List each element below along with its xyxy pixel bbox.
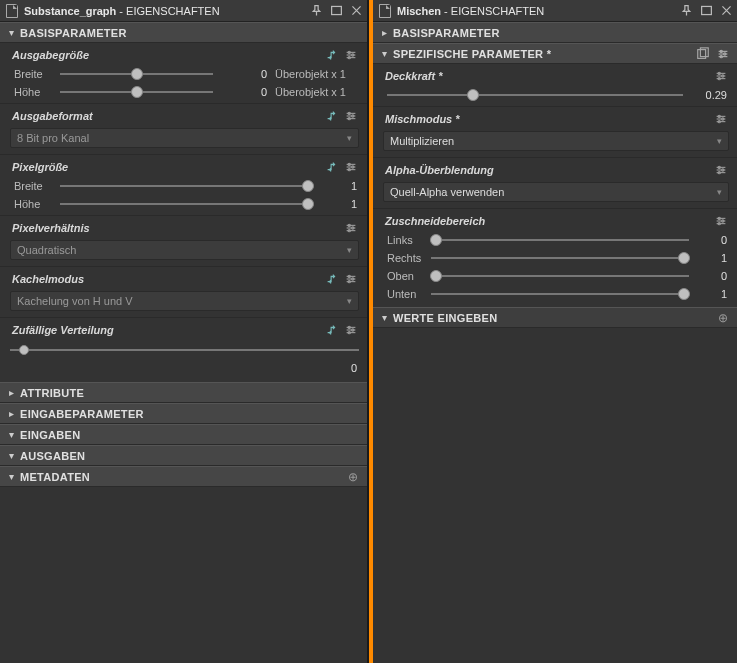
chevron-down-icon: ▾ — [6, 471, 16, 482]
param-label: Deckkraft * — [385, 70, 713, 82]
section-ausgaben[interactable]: ▾ AUSGABEN — [0, 445, 367, 466]
param-label: Pixelgröße — [12, 161, 324, 173]
chevron-right-icon: ▸ — [379, 27, 389, 38]
chevron-down-icon: ▾ — [347, 296, 352, 306]
tile-mode-select[interactable]: Kachelung von H und V ▾ — [10, 291, 359, 311]
section-basisparameter-right[interactable]: ▸ BASISPARAMETER — [373, 22, 737, 43]
options-icon[interactable] — [713, 213, 729, 229]
chevron-down-icon: ▾ — [347, 245, 352, 255]
add-icon[interactable]: ⊕ — [715, 310, 731, 326]
pin-button[interactable] — [307, 2, 325, 20]
param-opacity-header: Deckkraft * — [373, 64, 737, 86]
options-icon[interactable] — [343, 47, 359, 63]
param-label: Ausgabeformat — [12, 110, 324, 122]
title-suffix: - EIGENSCHAFTEN — [116, 5, 219, 17]
spezifische-body: Deckkraft * 0.29 Mischmodus * Multiplizi… — [373, 64, 737, 307]
width-slider[interactable] — [60, 179, 313, 193]
crop-bottom-slider[interactable] — [431, 287, 689, 301]
crop-bottom-label: Unten — [387, 288, 425, 300]
height-slider[interactable] — [60, 197, 313, 211]
opacity-row: 0.29 — [373, 86, 737, 104]
pixel-ratio-select[interactable]: Quadratisch ▾ — [10, 240, 359, 260]
crop-top-value: 0 — [695, 270, 729, 282]
options-icon[interactable] — [343, 159, 359, 175]
param-label: Zufällige Verteilung — [12, 324, 324, 336]
options-icon[interactable] — [343, 322, 359, 338]
maximize-button[interactable] — [697, 2, 715, 20]
preset-icon[interactable] — [695, 46, 711, 62]
section-label: SPEZIFISCHE PARAMETER * — [393, 48, 695, 60]
section-label: EINGABEPARAMETER — [20, 408, 361, 420]
alphablend-select[interactable]: Quell-Alpha verwenden ▾ — [383, 182, 729, 202]
inherit-icon[interactable] — [324, 108, 340, 124]
crop-bottom-row: Unten 1 — [373, 285, 737, 303]
crop-left-label: Links — [387, 234, 425, 246]
random-slider[interactable] — [10, 342, 359, 358]
options-icon[interactable] — [343, 271, 359, 287]
select-value: Kachelung von H und V — [17, 295, 347, 307]
close-button[interactable] — [717, 2, 735, 20]
crop-right-slider[interactable] — [431, 251, 689, 265]
options-icon[interactable] — [343, 108, 359, 124]
param-label: Zuschneidebereich — [385, 215, 713, 227]
section-spezifische-parameter[interactable]: ▾ SPEZIFISCHE PARAMETER * — [373, 43, 737, 64]
output-format-select[interactable]: 8 Bit pro Kanal ▾ — [10, 128, 359, 148]
title-suffix: - EIGENSCHAFTEN — [441, 5, 544, 17]
section-metadaten[interactable]: ▾ METADATEN ⊕ — [0, 466, 367, 487]
opacity-slider[interactable] — [387, 88, 683, 102]
section-eingaben[interactable]: ▾ EINGABEN — [0, 424, 367, 445]
crop-right-value: 1 — [695, 252, 729, 264]
section-label: ATTRIBUTE — [20, 387, 361, 399]
options-icon[interactable] — [343, 220, 359, 236]
panel-substance-graph-properties: Substance_graph - EIGENSCHAFTEN ▾ BASISP… — [0, 0, 369, 663]
width-slider[interactable] — [60, 67, 213, 81]
blendmode-select[interactable]: Multiplizieren ▾ — [383, 131, 729, 151]
chevron-down-icon: ▾ — [717, 187, 722, 197]
inherit-icon[interactable] — [324, 271, 340, 287]
options-icon[interactable] — [713, 111, 729, 127]
param-label: Alpha-Überblendung — [385, 164, 713, 176]
options-icon[interactable] — [713, 162, 729, 178]
height-slider[interactable] — [60, 85, 213, 99]
param-label: Kachelmodus — [12, 273, 324, 285]
section-label: BASISPARAMETER — [20, 27, 361, 39]
close-button[interactable] — [347, 2, 365, 20]
width-label: Breite — [14, 68, 54, 80]
section-label: BASISPARAMETER — [393, 27, 731, 39]
section-basisparameter[interactable]: ▾ BASISPARAMETER — [0, 22, 367, 43]
options-icon[interactable] — [713, 68, 729, 84]
param-tile-mode-header: Kachelmodus — [0, 267, 367, 289]
inherit-icon[interactable] — [324, 159, 340, 175]
section-eingabeparameter[interactable]: ▸ EINGABEPARAMETER — [0, 403, 367, 424]
crop-left-slider[interactable] — [431, 233, 689, 247]
titlebar-right: Mischen - EIGENSCHAFTEN — [373, 0, 737, 22]
output-size-height-row: Höhe 0 Überobjekt x 1 — [0, 83, 367, 101]
title-right: Mischen - EIGENSCHAFTEN — [397, 5, 675, 17]
title-name: Mischen — [397, 5, 441, 17]
width-value: 1 — [319, 180, 359, 192]
options-icon[interactable] — [715, 46, 731, 62]
svg-rect-0 — [331, 6, 341, 14]
chevron-right-icon: ▸ — [6, 408, 16, 419]
add-icon[interactable]: ⊕ — [345, 469, 361, 485]
crop-top-slider[interactable] — [431, 269, 689, 283]
section-attribute[interactable]: ▸ ATTRIBUTE — [0, 382, 367, 403]
pin-button[interactable] — [677, 2, 695, 20]
inherit-icon[interactable] — [324, 322, 340, 338]
title-name: Substance_graph — [24, 5, 116, 17]
panel-mischen-properties: Mischen - EIGENSCHAFTEN ▸ BASISPARAMETER… — [373, 0, 737, 663]
section-werte-eingeben[interactable]: ▾ WERTE EINGEBEN ⊕ — [373, 307, 737, 328]
height-label: Höhe — [14, 86, 54, 98]
maximize-button[interactable] — [327, 2, 345, 20]
opacity-value: 0.29 — [689, 89, 729, 101]
param-crop-header: Zuschneidebereich — [373, 209, 737, 231]
crop-top-label: Oben — [387, 270, 425, 282]
param-icons — [324, 47, 359, 63]
inherit-icon[interactable] — [324, 47, 340, 63]
param-label: Mischmodus * — [385, 113, 713, 125]
pixel-size-width-row: Breite 1 — [0, 177, 367, 195]
param-pixel-size-header: Pixelgröße — [0, 155, 367, 177]
param-label: Pixelverhältnis — [12, 222, 343, 234]
chevron-down-icon: ▾ — [6, 429, 16, 440]
width-label: Breite — [14, 180, 54, 192]
